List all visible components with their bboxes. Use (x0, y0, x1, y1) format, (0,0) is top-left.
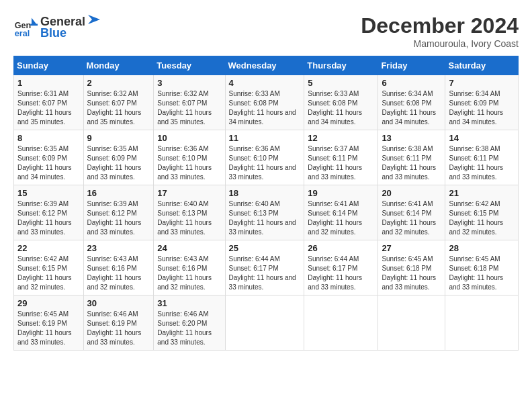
calendar-cell: 26Sunrise: 6:44 AMSunset: 6:17 PMDayligh… (304, 240, 378, 295)
calendar-cell (225, 295, 304, 351)
day-number: 18 (229, 188, 301, 198)
calendar-cell: 3Sunrise: 6:32 AMSunset: 6:07 PMDaylight… (154, 75, 225, 130)
day-number: 21 (449, 188, 515, 198)
calendar-cell: 14Sunrise: 6:38 AMSunset: 6:11 PMDayligh… (445, 130, 519, 185)
calendar-cell: 30Sunrise: 6:46 AMSunset: 6:19 PMDayligh… (83, 295, 154, 351)
day-number: 9 (87, 133, 150, 143)
day-info: Sunrise: 6:32 AMSunset: 6:07 PMDaylight:… (157, 89, 221, 127)
day-number: 25 (229, 243, 301, 253)
day-number: 30 (87, 298, 150, 308)
day-number: 29 (17, 298, 80, 308)
day-info: Sunrise: 6:39 AMSunset: 6:12 PMDaylight:… (17, 199, 80, 237)
calendar-cell: 8Sunrise: 6:35 AMSunset: 6:09 PMDaylight… (14, 130, 84, 185)
day-info: Sunrise: 6:35 AMSunset: 6:09 PMDaylight:… (17, 144, 80, 182)
svg-rect-3 (30, 24, 38, 26)
day-info: Sunrise: 6:45 AMSunset: 6:18 PMDaylight:… (449, 255, 515, 292)
calendar-cell: 28Sunrise: 6:45 AMSunset: 6:18 PMDayligh… (445, 240, 519, 295)
week-row-5: 29Sunrise: 6:45 AMSunset: 6:19 PMDayligh… (14, 295, 519, 351)
day-info: Sunrise: 6:46 AMSunset: 6:20 PMDaylight:… (157, 310, 221, 347)
weekday-header-wednesday: Wednesday (225, 56, 304, 75)
day-info: Sunrise: 6:35 AMSunset: 6:09 PMDaylight:… (87, 144, 150, 182)
calendar-cell: 15Sunrise: 6:39 AMSunset: 6:12 PMDayligh… (14, 185, 84, 240)
week-row-2: 8Sunrise: 6:35 AMSunset: 6:09 PMDaylight… (14, 130, 519, 185)
day-number: 24 (157, 243, 221, 253)
day-info: Sunrise: 6:31 AMSunset: 6:07 PMDaylight:… (17, 89, 80, 127)
calendar-cell: 29Sunrise: 6:45 AMSunset: 6:19 PMDayligh… (14, 295, 84, 351)
calendar-cell: 23Sunrise: 6:43 AMSunset: 6:16 PMDayligh… (83, 240, 154, 295)
calendar-cell: 11Sunrise: 6:36 AMSunset: 6:10 PMDayligh… (225, 130, 304, 185)
calendar-cell: 1Sunrise: 6:31 AMSunset: 6:07 PMDaylight… (14, 75, 84, 130)
day-info: Sunrise: 6:45 AMSunset: 6:18 PMDaylight:… (382, 255, 441, 292)
logo: Gen eral General Blue (13, 13, 101, 40)
day-info: Sunrise: 6:38 AMSunset: 6:11 PMDaylight:… (382, 144, 441, 182)
day-info: Sunrise: 6:44 AMSunset: 6:17 PMDaylight:… (308, 255, 374, 292)
calendar-cell: 12Sunrise: 6:37 AMSunset: 6:11 PMDayligh… (304, 130, 378, 185)
calendar-cell: 17Sunrise: 6:40 AMSunset: 6:13 PMDayligh… (154, 185, 225, 240)
day-info: Sunrise: 6:33 AMSunset: 6:08 PMDaylight:… (229, 89, 301, 127)
day-number: 16 (87, 188, 150, 198)
calendar-cell: 10Sunrise: 6:36 AMSunset: 6:10 PMDayligh… (154, 130, 225, 185)
day-number: 13 (382, 133, 441, 143)
weekday-header-tuesday: Tuesday (154, 56, 225, 75)
day-number: 14 (449, 133, 515, 143)
calendar-cell (445, 295, 519, 351)
calendar-cell: 20Sunrise: 6:41 AMSunset: 6:14 PMDayligh… (378, 185, 445, 240)
calendar-cell: 7Sunrise: 6:34 AMSunset: 6:09 PMDaylight… (445, 75, 519, 130)
day-info: Sunrise: 6:45 AMSunset: 6:19 PMDaylight:… (17, 310, 80, 347)
day-info: Sunrise: 6:40 AMSunset: 6:13 PMDaylight:… (157, 199, 221, 237)
calendar-cell: 27Sunrise: 6:45 AMSunset: 6:18 PMDayligh… (378, 240, 445, 295)
day-info: Sunrise: 6:34 AMSunset: 6:08 PMDaylight:… (382, 89, 441, 127)
day-info: Sunrise: 6:41 AMSunset: 6:14 PMDaylight:… (308, 199, 374, 237)
svg-marker-4 (88, 15, 100, 24)
logo-icon: Gen eral (13, 15, 38, 39)
day-number: 31 (157, 298, 221, 308)
calendar-table: SundayMondayTuesdayWednesdayThursdayFrid… (13, 56, 519, 351)
day-number: 27 (382, 243, 441, 253)
calendar-cell: 4Sunrise: 6:33 AMSunset: 6:08 PMDaylight… (225, 75, 304, 130)
weekday-header-saturday: Saturday (445, 56, 519, 75)
day-number: 3 (157, 78, 221, 88)
day-number: 26 (308, 243, 374, 253)
calendar-cell: 13Sunrise: 6:38 AMSunset: 6:11 PMDayligh… (378, 130, 445, 185)
day-info: Sunrise: 6:40 AMSunset: 6:13 PMDaylight:… (229, 199, 301, 237)
week-row-3: 15Sunrise: 6:39 AMSunset: 6:12 PMDayligh… (14, 185, 519, 240)
calendar-cell: 21Sunrise: 6:42 AMSunset: 6:15 PMDayligh… (445, 185, 519, 240)
page-header: Gen eral General Blue December 2024 Mamo… (13, 13, 519, 49)
day-number: 5 (308, 78, 374, 88)
day-number: 17 (157, 188, 221, 198)
day-info: Sunrise: 6:43 AMSunset: 6:16 PMDaylight:… (157, 255, 221, 292)
day-info: Sunrise: 6:34 AMSunset: 6:09 PMDaylight:… (449, 89, 515, 127)
day-number: 10 (157, 133, 221, 143)
day-number: 1 (17, 78, 80, 88)
weekday-header-friday: Friday (378, 56, 445, 75)
day-info: Sunrise: 6:46 AMSunset: 6:19 PMDaylight:… (87, 310, 150, 347)
weekday-header-thursday: Thursday (304, 56, 378, 75)
day-info: Sunrise: 6:36 AMSunset: 6:10 PMDaylight:… (157, 144, 221, 182)
day-info: Sunrise: 6:38 AMSunset: 6:11 PMDaylight:… (449, 144, 515, 182)
calendar-cell: 31Sunrise: 6:46 AMSunset: 6:20 PMDayligh… (154, 295, 225, 351)
day-number: 28 (449, 243, 515, 253)
day-number: 11 (229, 133, 301, 143)
calendar-cell: 6Sunrise: 6:34 AMSunset: 6:08 PMDaylight… (378, 75, 445, 130)
day-number: 7 (449, 78, 515, 88)
calendar-cell (304, 295, 378, 351)
day-number: 23 (87, 243, 150, 253)
day-info: Sunrise: 6:37 AMSunset: 6:11 PMDaylight:… (308, 144, 374, 182)
day-info: Sunrise: 6:32 AMSunset: 6:07 PMDaylight:… (87, 89, 150, 127)
day-info: Sunrise: 6:39 AMSunset: 6:12 PMDaylight:… (87, 199, 150, 237)
day-info: Sunrise: 6:42 AMSunset: 6:15 PMDaylight:… (449, 199, 515, 237)
calendar-cell: 9Sunrise: 6:35 AMSunset: 6:09 PMDaylight… (83, 130, 154, 185)
day-info: Sunrise: 6:33 AMSunset: 6:08 PMDaylight:… (308, 89, 374, 127)
month-title: December 2024 (361, 13, 519, 38)
calendar-cell: 5Sunrise: 6:33 AMSunset: 6:08 PMDaylight… (304, 75, 378, 130)
day-number: 2 (87, 78, 150, 88)
calendar-cell: 24Sunrise: 6:43 AMSunset: 6:16 PMDayligh… (154, 240, 225, 295)
location-subtitle: Mamouroula, Ivory Coast (361, 38, 519, 49)
svg-text:eral: eral (15, 29, 30, 38)
day-number: 4 (229, 78, 301, 88)
day-info: Sunrise: 6:42 AMSunset: 6:15 PMDaylight:… (17, 255, 80, 292)
calendar-cell: 16Sunrise: 6:39 AMSunset: 6:12 PMDayligh… (83, 185, 154, 240)
logo-arrow-icon (87, 13, 101, 26)
weekday-header-sunday: Sunday (14, 56, 84, 75)
calendar-cell: 18Sunrise: 6:40 AMSunset: 6:13 PMDayligh… (225, 185, 304, 240)
